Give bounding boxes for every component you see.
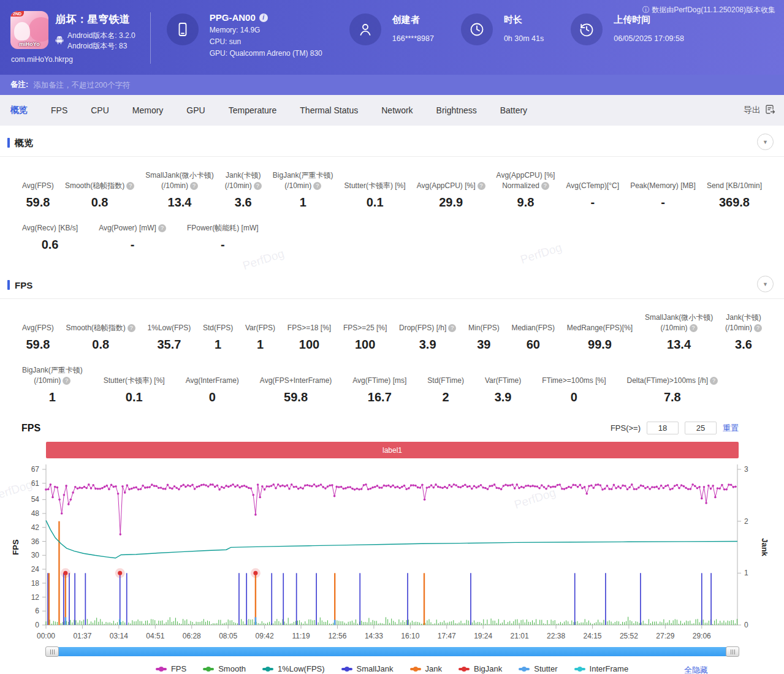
stat-label: Smooth(稳帧指数)? ?	[66, 323, 135, 333]
legend-item[interactable]: BigJank	[459, 664, 502, 673]
tab[interactable]: GPU	[186, 105, 205, 115]
tab[interactable]: FPS	[51, 105, 67, 115]
tab[interactable]: Thermal Status	[300, 105, 358, 115]
help-icon[interactable]: ?	[710, 377, 718, 385]
reset-button[interactable]: 重置	[723, 423, 739, 434]
app-meta: 崩坏：星穹铁道 Android版本名: 3.2.0 Android版本号: 83…	[55, 11, 135, 64]
legend-item[interactable]: InterFrame	[574, 664, 629, 673]
help-icon[interactable]: ?	[126, 182, 134, 190]
stat-value: 0.8	[91, 195, 108, 210]
device-info-icon[interactable]: i	[259, 13, 268, 22]
stat-label: BigJank(严重卡顿)? (/10min)?	[22, 365, 83, 386]
stat-cell: Var(FTime)? ? 3.9	[485, 376, 521, 404]
stat-label: 1%Low(FPS)? ?	[148, 323, 191, 333]
svg-text:29:06: 29:06	[693, 632, 711, 640]
stat-cell: Avg(Power) [mW]? ? -	[99, 223, 166, 252]
fps-chart[interactable]: 0612182430364248546167012300:0001:3703:1…	[0, 461, 784, 645]
svg-text:Jank: Jank	[760, 538, 769, 556]
help-icon[interactable]: ?	[448, 324, 456, 332]
fps-collapse-button[interactable]: ▼	[757, 276, 774, 292]
device-memory: Memory: 14.9G	[210, 26, 322, 34]
chart-range-scrollbar[interactable]	[46, 647, 739, 656]
stat-label: Avg(InterFrame)? ?	[186, 376, 239, 386]
tab[interactable]: Temperature	[229, 105, 277, 115]
help-icon[interactable]: ?	[478, 182, 485, 190]
legend-marker	[203, 668, 214, 670]
tab[interactable]: Brightness	[436, 105, 477, 115]
legend-item[interactable]: Jank	[410, 664, 442, 673]
tab[interactable]: Battery	[500, 105, 527, 115]
stat-cell: Jank(卡顿)? (/10min)? 3.6	[225, 170, 262, 210]
fps-threshold-high-input[interactable]	[685, 422, 717, 434]
history-icon	[571, 13, 603, 45]
chart-legend: FPS Smooth 1%Low(FPS) SmallJank	[0, 664, 784, 673]
stat-cell: Stutter(卡顿率) [%]? ? 0.1	[344, 181, 406, 210]
report-header: ⓘ 数据由PerfDog(11.1.250208)版本收集 2ND miHoYo…	[0, 0, 784, 75]
svg-text:11:19: 11:19	[292, 632, 310, 640]
app-icon: 2ND miHoYo	[10, 11, 48, 49]
note-bar: 备注:	[0, 75, 784, 95]
help-icon[interactable]: ?	[190, 182, 198, 190]
help-icon[interactable]: ?	[754, 324, 762, 332]
help-icon[interactable]: ?	[254, 182, 262, 190]
stat-cell: FPower(帧能耗) [mW]? ? -	[187, 223, 259, 252]
device-info-block: PPG-AN00 i Memory: 14.9G CPU: sun GPU: Q…	[167, 11, 322, 58]
stat-cell: MedRange(FPS)[%]? ? 99.9	[567, 323, 633, 352]
stat-value: 3.6	[235, 195, 252, 210]
legend-item[interactable]: Smooth	[203, 664, 246, 673]
legend-label: Smooth	[218, 664, 246, 673]
stat-cell: Var(FPS)? ? 1	[245, 323, 275, 352]
stat-label: Avg(FTime) [ms]? ?	[352, 376, 406, 386]
svg-text:24: 24	[31, 565, 40, 574]
stat-label: FPS>=18 [%]? ?	[287, 323, 331, 333]
stat-label: Std(FPS)? ?	[203, 323, 233, 333]
android-icon	[55, 36, 64, 47]
help-icon[interactable]: ?	[313, 182, 321, 190]
fps-threshold-low-input[interactable]	[647, 422, 679, 434]
help-icon[interactable]: ?	[690, 324, 698, 332]
svg-text:0: 0	[744, 621, 748, 629]
legend-marker	[574, 668, 585, 670]
overview-section: 概览 ▼ Avg(FPS)? ? 59.8	[0, 126, 784, 252]
legend-item[interactable]: FPS	[156, 664, 186, 673]
stat-cell: Avg(CTemp)[°C]? ? -	[566, 181, 619, 210]
tab[interactable]: CPU	[91, 105, 109, 115]
stat-cell: Avg(AppCPU) [%]? ? 29.9	[417, 181, 485, 210]
note-input[interactable]	[33, 81, 784, 89]
tab[interactable]: 概览	[10, 105, 28, 116]
help-icon[interactable]: ?	[63, 377, 70, 385]
overview-collapse-button[interactable]: ▼	[757, 134, 774, 150]
stat-value: 0.1	[126, 390, 143, 404]
tab[interactable]: Memory	[132, 105, 164, 115]
export-button[interactable]: 导出	[744, 104, 775, 116]
legend-item[interactable]: SmallJank	[341, 664, 394, 673]
svg-text:FPS: FPS	[11, 539, 20, 555]
legend-item[interactable]: Stutter	[519, 664, 557, 673]
range-handle-left[interactable]	[45, 646, 59, 657]
legend-item[interactable]: 1%Low(FPS)	[262, 664, 325, 673]
stat-label: Avg(AppCPU) [%]? ?	[417, 181, 485, 191]
legend-items: FPS Smooth 1%Low(FPS) SmallJank	[156, 664, 628, 673]
app-package: com.miHoYo.hkrpg	[11, 55, 135, 64]
stat-value: 9.8	[517, 195, 535, 210]
stat-cell: Min(FPS)? ? 39	[468, 323, 500, 352]
svg-text:24:15: 24:15	[583, 632, 601, 640]
svg-text:48: 48	[31, 509, 40, 518]
hide-all-button[interactable]: 全隐藏	[684, 665, 708, 674]
range-handle-right[interactable]	[726, 646, 739, 657]
fps-section-title: FPS	[15, 280, 32, 290]
help-icon[interactable]: ?	[127, 324, 135, 332]
section-divider	[0, 156, 784, 157]
help-icon[interactable]: ?	[158, 224, 166, 232]
help-icon[interactable]: ?	[541, 182, 549, 190]
phone-icon	[167, 13, 199, 45]
stat-value: 35.7	[157, 338, 181, 352]
svg-text:25:52: 25:52	[620, 632, 638, 640]
tab[interactable]: Network	[381, 105, 413, 115]
svg-text:16:10: 16:10	[401, 632, 419, 640]
duration-block: 时长 0h 30m 41s	[461, 11, 544, 45]
stat-value: 99.9	[588, 338, 612, 352]
upload-time-label: 上传时间	[614, 14, 684, 26]
svg-text:01:37: 01:37	[73, 632, 91, 640]
fps-chart-title: FPS	[21, 423, 40, 434]
